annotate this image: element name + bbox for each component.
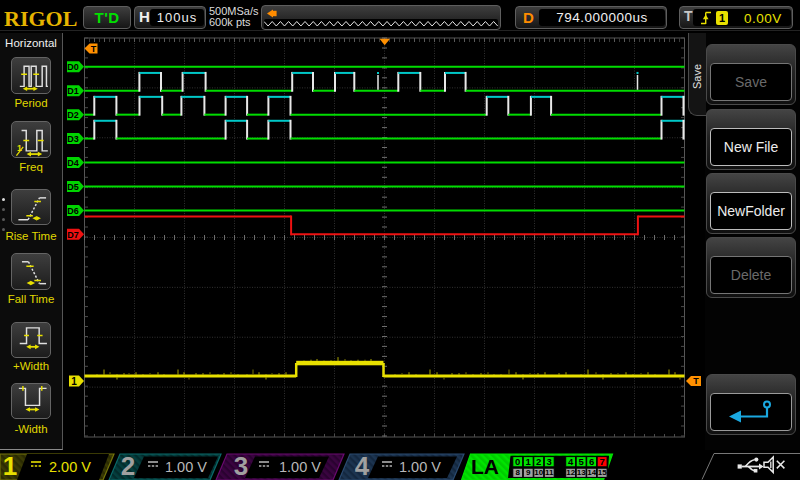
svg-text:D7: D7 [67,230,79,240]
svg-text:2: 2 [536,456,541,467]
svg-text:1.00 V: 1.00 V [165,459,207,475]
svg-text:10: 10 [534,468,543,477]
svg-text:1: 1 [526,456,532,467]
svg-text:15: 15 [598,468,607,477]
svg-text:D6: D6 [67,206,79,216]
svg-text:7: 7 [600,456,605,467]
svg-text:1: 1 [3,451,17,480]
svg-text:3: 3 [547,456,552,467]
svg-text:T: T [693,376,699,386]
svg-text:14: 14 [587,468,596,477]
svg-text:1.00 V: 1.00 V [399,459,441,475]
svg-text:D3: D3 [67,134,79,144]
svg-text:11: 11 [545,468,554,477]
svg-text:2: 2 [121,451,135,480]
svg-text:T: T [91,44,97,54]
svg-text:D5: D5 [67,182,79,192]
svg-text:D4: D4 [67,158,79,168]
svg-text:D2: D2 [67,110,79,120]
svg-text:1.00 V: 1.00 V [279,459,321,475]
svg-text:13: 13 [577,468,586,477]
svg-text:LA: LA [471,455,499,478]
svg-text:2.00 V: 2.00 V [49,459,91,475]
svg-text:3: 3 [234,451,248,480]
svg-text:8: 8 [516,468,521,477]
svg-text:1: 1 [71,376,77,387]
svg-text:D0: D0 [67,62,79,72]
svg-text:9: 9 [526,468,531,477]
svg-text:D1: D1 [67,86,79,96]
svg-text:6: 6 [589,456,594,467]
svg-text:12: 12 [566,468,575,477]
svg-text:0: 0 [515,456,520,467]
svg-text:4: 4 [568,456,574,467]
svg-text:4: 4 [355,451,370,480]
svg-text:5: 5 [579,456,585,467]
